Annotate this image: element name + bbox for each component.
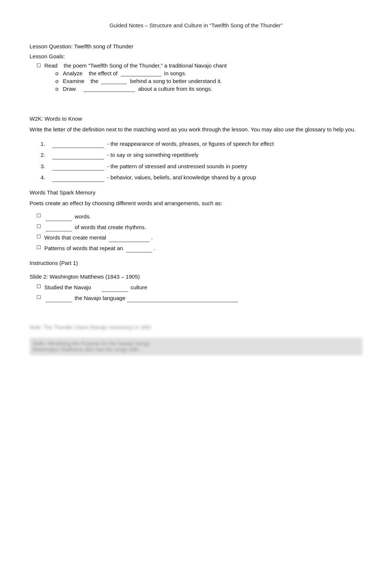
slide-item-2-text: the Navajo language [44, 294, 238, 303]
sub-goal-2-text: Examine the behind a song to better unde… [63, 78, 222, 84]
blank-w2k-2 [52, 154, 104, 159]
blurred-line: Note: The Thunder Chant (Navajo ceremony… [30, 324, 362, 330]
bullet-icon-5 [37, 245, 41, 249]
blank-spark-3 [109, 236, 149, 242]
blurred-block-line-2: Washington Matthews also has the songs w… [32, 346, 360, 352]
num-3: 3. [41, 162, 51, 171]
goal-item-1: Read the poem “Twelfth Song of the Thund… [37, 62, 362, 93]
sub-goal-3-text: Draw about a culture from its songs. [63, 86, 212, 92]
lesson-question: Lesson Question: Twelfth song of Thunder [30, 43, 362, 49]
spark-item-3-text: Words that create mental . [44, 234, 153, 242]
list-item-3: 3. - the pattern of stressed and unstres… [41, 162, 362, 171]
spark-item-2-text: of words that create rhythms. [44, 223, 146, 232]
spark-item-4-text: Patterns of words that repeat an . [44, 244, 155, 253]
words-spark-title: Words That Spark Memory [30, 189, 362, 196]
w2k-title: W2K: Words to Know [30, 115, 362, 122]
spark-list: words. of words that create rhythms. Wor… [30, 213, 362, 252]
sub-goal-1-text: Analyze the effect of in songs. [63, 70, 186, 76]
blank-w2k-3 [52, 165, 104, 170]
slide-item-2: the Navajo language [37, 294, 362, 303]
list-item-2-text: - to say or sing something repetitively [51, 151, 199, 159]
lesson-goals-label: Lesson Goals: [30, 53, 362, 59]
blank-spark-4 [126, 246, 152, 252]
blank-3 [83, 86, 135, 92]
num-1: 1. [41, 140, 51, 148]
bullet-icon-6 [37, 284, 41, 288]
bullet-icon-4 [37, 235, 41, 238]
slide-item-1-text: Studied the Navajo culture [44, 283, 147, 292]
slide-list: Studied the Navajo culture the Navajo la… [30, 283, 362, 302]
blank-spark-2 [46, 225, 72, 231]
sub-goal-3: Draw about a culture from its songs. [55, 86, 227, 92]
page-title: Guided Notes – Structure and Culture in … [30, 22, 362, 28]
blank-1 [121, 70, 161, 76]
blurred-block-line-1: Skills: Identifying the Purpose for the … [32, 341, 360, 346]
sub-goal-1: Analyze the effect of in songs. [55, 70, 227, 76]
spark-item-3: Words that create mental . [37, 234, 362, 242]
blank-w2k-1 [52, 142, 104, 148]
blank-slide-2 [46, 296, 72, 302]
list-item-4-text: - behavior, values, beliefs, and knowled… [51, 173, 256, 182]
slide2-section: Slide 2: Washington Matthews (1843 – 190… [30, 273, 362, 302]
poets-desc: Poets create an effect by choosing diffe… [30, 199, 362, 208]
bullet-icon-2 [37, 214, 41, 217]
slide-item-1: Studied the Navajo culture [37, 283, 362, 292]
sub-goal-2: Examine the behind a song to better unde… [55, 78, 227, 84]
list-item-1: 1. - the reappearance of words, phrases,… [41, 140, 362, 148]
blank-spark-1 [46, 215, 72, 221]
list-item-1-text: - the reappearance of words, phrases, or… [51, 140, 274, 148]
sub-goals-list: Analyze the effect of in songs. Examine … [44, 70, 227, 92]
spark-item-4: Patterns of words that repeat an . [37, 244, 362, 253]
instructions-section: Instructions (Part 1) [30, 260, 362, 266]
num-4: 4. [41, 173, 51, 182]
blank-2 [101, 78, 127, 84]
goals-list: Read the poem “Twelfth Song of the Thund… [30, 62, 362, 93]
numbered-list: 1. - the reappearance of words, phrases,… [30, 140, 362, 182]
blurred-block: Skills: Identifying the Purpose for the … [30, 338, 362, 355]
w2k-section: W2K: Words to Know Write the letter of t… [30, 115, 362, 182]
num-2: 2. [41, 151, 51, 159]
blank-w2k-4 [52, 176, 104, 182]
slide-title: Slide 2: Washington Matthews (1843 – 190… [30, 273, 362, 280]
list-item-4: 4. - behavior, values, beliefs, and know… [41, 173, 362, 182]
list-item-2: 2. - to say or sing something repetitive… [41, 151, 362, 159]
blank-slide-2-line [127, 296, 238, 302]
lesson-question-label: Lesson Question: [30, 43, 73, 49]
spark-item-1: words. [37, 213, 362, 221]
bullet-icon [37, 63, 41, 67]
spark-item-2: of words that create rhythms. [37, 223, 362, 232]
spark-item-1-text: words. [44, 213, 91, 221]
w2k-desc: Write the letter of the definition next … [30, 125, 362, 134]
instructions-title: Instructions (Part 1) [30, 260, 362, 266]
goal-read-label: Read the poem “Twelfth Song of the Thund… [44, 62, 227, 69]
bullet-icon-3 [37, 224, 41, 228]
blank-slide-1 [102, 286, 128, 292]
words-spark-section: Words That Spark Memory Poets create an … [30, 189, 362, 253]
lesson-question-value: Twelfth song of Thunder [74, 43, 134, 49]
list-item-3-text: - the pattern of stressed and unstressed… [51, 162, 247, 171]
bullet-icon-7 [37, 295, 41, 299]
